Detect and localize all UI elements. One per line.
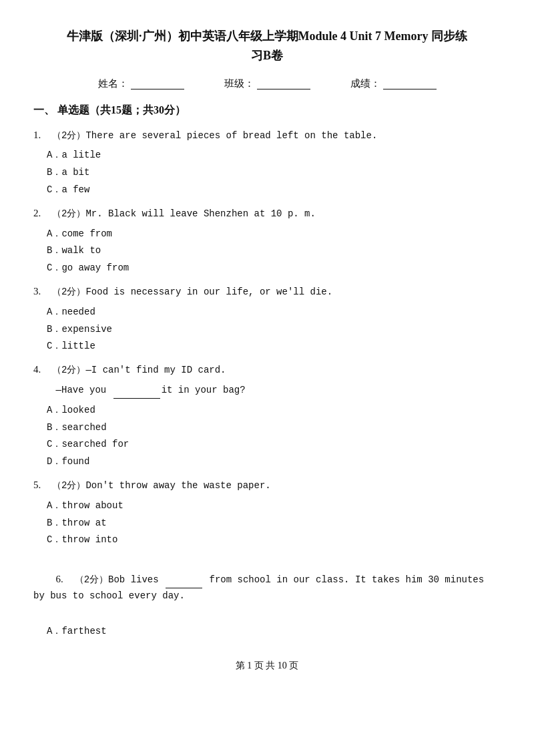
question-2-option-c: C．go away from [47,260,501,276]
page-footer: 第 1 页 共 10 页 [33,660,501,672]
question-5-stem: 5. （2分）Don't throw away the waste paper. [33,477,501,494]
question-4-option-c: C．searched for [47,437,501,453]
question-4-option-d: D．found [47,454,501,470]
question-1-option-b: B．a bit [47,165,501,181]
question-4-stem-line1: 4. （2分）—I can't find my ID card. [33,361,501,379]
name-field: 姓名： [98,77,184,90]
section1-title: 一、 单选题（共15题；共30分） [33,104,501,118]
question-3: 3. （2分）Food is necessary in our life, or… [33,283,501,355]
question-4-stem-line2: —Have you it in your bag? [33,383,501,399]
question-1-option-c: C．a few [47,182,501,198]
question-5: 5. （2分）Don't throw away the waste paper.… [33,477,501,548]
question-3-option-a: A．needed [47,305,501,321]
question-1-stem: 1. （2分）There are several pieces of bread… [33,127,501,144]
question-6-stem: 6. （2分）Bob lives from school in our clas… [33,555,501,620]
class-field: 班级： [224,77,310,90]
question-3-option-b: B．expensive [47,322,501,338]
question-6: 6. （2分）Bob lives from school in our clas… [33,555,501,640]
question-1-option-a: A．a litle [47,148,501,164]
question-5-option-a: A．throw about [47,498,501,514]
question-2-stem: 2. （2分）Mr. Black will leave Shenzhen at … [33,205,501,222]
question-4-option-b: B．searched [47,420,501,436]
question-1: 1. （2分）There are several pieces of bread… [33,127,501,198]
question-4: 4. （2分）—I can't find my ID card. —Have y… [33,361,501,470]
question-5-option-b: B．throw at [47,516,501,532]
question-3-stem: 3. （2分）Food is necessary in our life, or… [33,283,501,301]
info-row: 姓名： 班级： 成绩： [33,77,501,90]
question-4-option-a: A．looked [47,403,501,419]
question-5-option-c: C．throw into [47,532,501,548]
question-2-option-b: B．walk to [47,243,501,259]
question-2-option-a: A．come from [47,226,501,242]
question-3-option-c: C．little [47,339,501,355]
score-field: 成绩： [350,77,437,90]
question-2: 2. （2分）Mr. Black will leave Shenzhen at … [33,205,501,276]
page-title: 牛津版（深圳·广州）初中英语八年级上学期Module 4 Unit 7 Memo… [33,27,501,65]
question-6-option-a: A．farthest [47,624,501,640]
